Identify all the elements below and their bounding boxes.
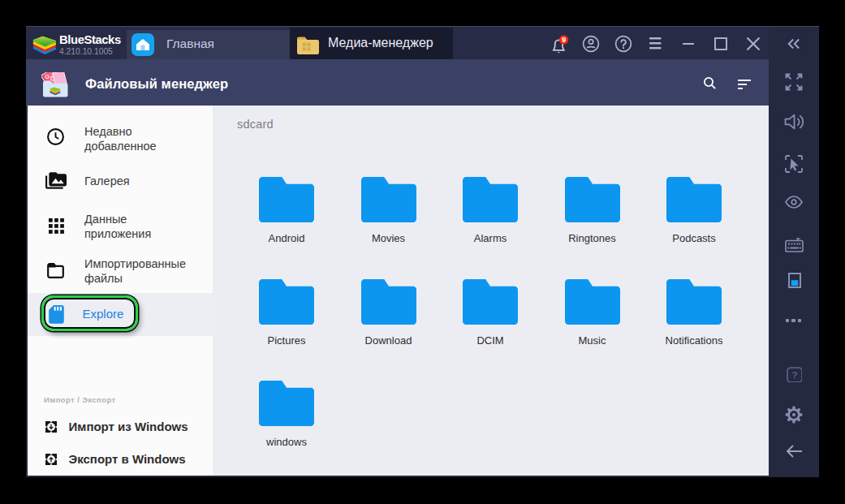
svg-text:?: ? <box>791 369 797 380</box>
svg-text:9: 9 <box>562 35 566 44</box>
